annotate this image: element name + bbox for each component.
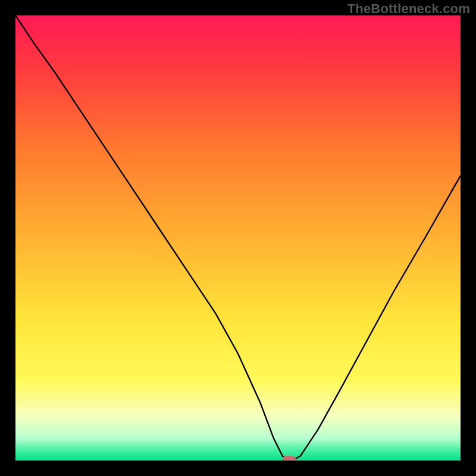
plot-area	[15, 15, 461, 461]
watermark-text: TheBottleneck.com	[347, 1, 470, 17]
chart-frame: TheBottleneck.com	[0, 0, 476, 476]
bottleneck-curve	[15, 15, 461, 461]
optimal-point-marker	[283, 456, 296, 461]
